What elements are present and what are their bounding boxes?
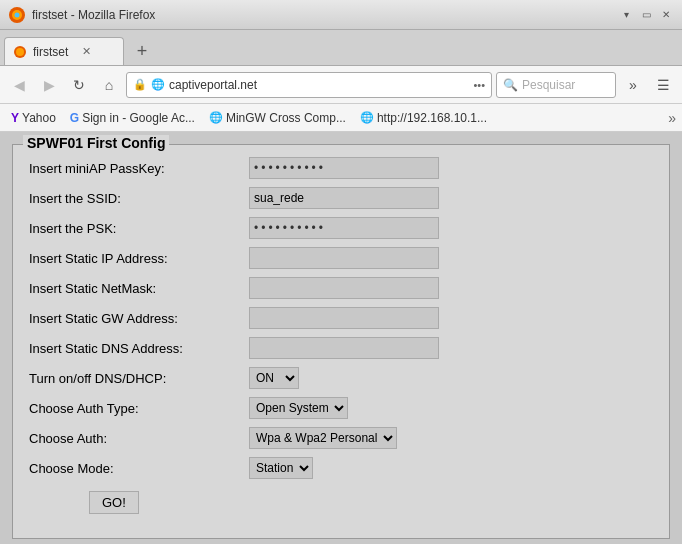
- bookmark-mingw[interactable]: 🌐 MinGW Cross Comp...: [204, 109, 351, 127]
- close-button[interactable]: ✕: [658, 7, 674, 23]
- bookmark-local-label: http://192.168.10.1...: [377, 111, 487, 125]
- auth-row: Choose Auth: Wpa & Wpa2 Personal None WP…: [29, 427, 653, 449]
- dns-row: Insert Static DNS Address:: [29, 337, 653, 359]
- netmask-row: Insert Static NetMask:: [29, 277, 653, 299]
- static-ip-input[interactable]: [249, 247, 439, 269]
- firefox-icon: [8, 6, 26, 24]
- nav-bar: ◀ ▶ ↻ ⌂ 🔒 🌐 captiveportal.net ••• 🔍 Pesq…: [0, 66, 682, 104]
- google-icon: G: [70, 111, 79, 125]
- new-tab-button[interactable]: +: [128, 37, 156, 65]
- static-ip-label: Insert Static IP Address:: [29, 251, 249, 266]
- auth-label: Choose Auth:: [29, 431, 249, 446]
- mingw-icon: 🌐: [209, 111, 223, 124]
- tab-label: firstset: [33, 45, 68, 59]
- search-placeholder: Pesquisar: [522, 78, 575, 92]
- mode-row: Choose Mode: Station AP IBSS: [29, 457, 653, 479]
- tab-firstset[interactable]: firstset ✕: [4, 37, 124, 65]
- auth-select[interactable]: Wpa & Wpa2 Personal None WPA WPA2: [249, 427, 397, 449]
- psk-label: Insert the PSK:: [29, 221, 249, 236]
- search-bar[interactable]: 🔍 Pesquisar: [496, 72, 616, 98]
- bookmark-local[interactable]: 🌐 http://192.168.10.1...: [355, 109, 492, 127]
- auth-type-label: Choose Auth Type:: [29, 401, 249, 416]
- ssid-input[interactable]: [249, 187, 439, 209]
- minimize-button[interactable]: ▾: [618, 7, 634, 23]
- auth-type-row: Choose Auth Type: Open System Shared Key: [29, 397, 653, 419]
- gw-label: Insert Static GW Address:: [29, 311, 249, 326]
- content-area: SPWF01 First Config Insert miniAP PassKe…: [0, 132, 682, 544]
- extensions-button[interactable]: »: [620, 72, 646, 98]
- home-button[interactable]: ⌂: [96, 72, 122, 98]
- ssid-label: Insert the SSID:: [29, 191, 249, 206]
- reload-button[interactable]: ↻: [66, 72, 92, 98]
- auth-type-select[interactable]: Open System Shared Key: [249, 397, 348, 419]
- svg-point-4: [16, 48, 24, 56]
- site-icon: 🌐: [151, 78, 165, 91]
- passkey-input[interactable]: [249, 157, 439, 179]
- mode-select[interactable]: Station AP IBSS: [249, 457, 313, 479]
- search-icon: 🔍: [503, 78, 518, 92]
- ssid-row: Insert the SSID:: [29, 187, 653, 209]
- maximize-button[interactable]: ▭: [638, 7, 654, 23]
- back-button[interactable]: ◀: [6, 72, 32, 98]
- bookmark-google[interactable]: G Sign in - Google Ac...: [65, 109, 200, 127]
- netmask-input[interactable]: [249, 277, 439, 299]
- title-bar: firstset - Mozilla Firefox ▾ ▭ ✕: [0, 0, 682, 30]
- bookmark-mingw-label: MinGW Cross Comp...: [226, 111, 346, 125]
- menu-button[interactable]: ☰: [650, 72, 676, 98]
- tab-favicon: [13, 45, 27, 59]
- tab-close-button[interactable]: ✕: [82, 45, 91, 58]
- gw-row: Insert Static GW Address:: [29, 307, 653, 329]
- dhcp-label: Turn on/off DNS/DHCP:: [29, 371, 249, 386]
- netmask-label: Insert Static NetMask:: [29, 281, 249, 296]
- dns-label: Insert Static DNS Address:: [29, 341, 249, 356]
- forward-button[interactable]: ▶: [36, 72, 62, 98]
- bookmark-google-label: Sign in - Google Ac...: [82, 111, 195, 125]
- lock-icon: 🔒: [133, 78, 147, 91]
- bookmark-yahoo-label: Yahoo: [22, 111, 56, 125]
- bookmarks-bar: Y Yahoo G Sign in - Google Ac... 🌐 MinGW…: [0, 104, 682, 132]
- svg-point-2: [15, 12, 20, 17]
- passkey-row: Insert miniAP PassKey:: [29, 157, 653, 179]
- yahoo-icon: Y: [11, 111, 19, 125]
- submit-row: GO!: [29, 487, 653, 514]
- tab-bar: firstset ✕ +: [0, 30, 682, 66]
- dns-input[interactable]: [249, 337, 439, 359]
- address-bar[interactable]: 🔒 🌐 captiveportal.net •••: [126, 72, 492, 98]
- form-title: SPWF01 First Config: [23, 135, 169, 151]
- dhcp-row: Turn on/off DNS/DHCP: ON OFF: [29, 367, 653, 389]
- bookmark-yahoo[interactable]: Y Yahoo: [6, 109, 61, 127]
- title-bar-controls: ▾ ▭ ✕: [618, 7, 674, 23]
- form-fieldset: SPWF01 First Config Insert miniAP PassKe…: [12, 144, 670, 539]
- mode-label: Choose Mode:: [29, 461, 249, 476]
- bookmarks-overflow-button[interactable]: »: [668, 110, 676, 126]
- window-title: firstset - Mozilla Firefox: [32, 8, 155, 22]
- title-bar-left: firstset - Mozilla Firefox: [8, 6, 155, 24]
- go-button[interactable]: GO!: [89, 491, 139, 514]
- address-more-button[interactable]: •••: [473, 79, 485, 91]
- static-ip-row: Insert Static IP Address:: [29, 247, 653, 269]
- address-text: captiveportal.net: [169, 78, 469, 92]
- local-icon: 🌐: [360, 111, 374, 124]
- gw-input[interactable]: [249, 307, 439, 329]
- dhcp-select[interactable]: ON OFF: [249, 367, 299, 389]
- psk-input[interactable]: [249, 217, 439, 239]
- passkey-label: Insert miniAP PassKey:: [29, 161, 249, 176]
- psk-row: Insert the PSK:: [29, 217, 653, 239]
